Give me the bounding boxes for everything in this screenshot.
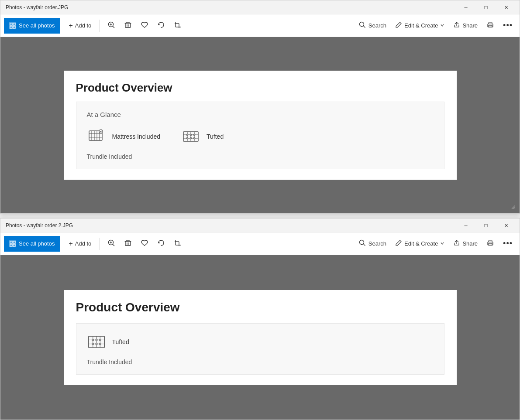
zoom-button-2[interactable] (104, 236, 119, 252)
zoom-icon-2 (107, 239, 115, 248)
maximize-button-1[interactable] (476, 0, 496, 14)
resize-handle-1[interactable] (509, 203, 516, 210)
print-button-2[interactable] (483, 236, 498, 252)
crop-icon-1 (174, 21, 182, 30)
svg-rect-8 (125, 23, 131, 27)
feature-tufted-1: Tufted (181, 127, 224, 146)
more-icon-1: ••• (503, 21, 513, 30)
photo-display-2: Product Overview (64, 290, 457, 385)
svg-rect-0 (10, 23, 12, 25)
zoom-button-1[interactable] (104, 18, 119, 34)
print-button-1[interactable] (483, 18, 498, 34)
svg-point-40 (186, 137, 188, 139)
glance-card-2: Tufted Trundle Included (76, 323, 444, 375)
svg-line-44 (513, 207, 515, 209)
title-bar-1: Photos - wayfair order.JPG (0, 0, 520, 14)
glance-card-1: At a Glance (76, 102, 444, 169)
window-title-2: Photos - wayfair order 2.JPG (4, 222, 456, 229)
toolbar-1: See all photos Add to (0, 14, 520, 37)
heart-icon-1 (141, 21, 148, 30)
window-1: Photos - wayfair order.JPG (0, 0, 520, 214)
svg-rect-47 (10, 244, 12, 246)
svg-point-38 (190, 134, 192, 136)
window-controls-1 (456, 0, 516, 14)
svg-point-79 (99, 343, 101, 345)
photo-display-1: Product Overview At a Glance (64, 71, 457, 180)
more-button-2[interactable]: ••• (499, 236, 516, 252)
favorite-button-2[interactable] (137, 236, 152, 252)
search-label-1: Search (368, 22, 386, 29)
svg-point-75 (95, 339, 97, 341)
window-controls-2 (456, 219, 516, 232)
title-bar-2: Photos - wayfair order 2.JPG (0, 219, 520, 232)
search-label-2: Search (368, 240, 386, 247)
svg-rect-67 (489, 243, 492, 245)
share-icon-1 (453, 21, 460, 30)
add-icon-2 (69, 240, 72, 248)
rotate-button-1[interactable] (154, 18, 169, 34)
share-button-2[interactable]: Share (450, 236, 481, 252)
svg-point-30 (99, 130, 103, 133)
close-button-2[interactable] (496, 219, 516, 232)
add-to-button-1[interactable]: Add to (65, 18, 95, 34)
zoom-icon-1 (107, 21, 115, 30)
favorite-button-1[interactable] (137, 18, 152, 34)
search-visual-icon-2 (358, 239, 366, 248)
share-label-2: Share (462, 240, 478, 247)
delete-button-2[interactable] (121, 236, 135, 252)
separator-1 (99, 20, 100, 32)
svg-line-20 (363, 26, 365, 28)
search-button-2[interactable]: Search (355, 236, 390, 252)
edit-create-label-1: Edit & Create (404, 22, 438, 29)
edit-icon-1 (395, 21, 402, 30)
edit-create-button-2[interactable]: Edit & Create (392, 236, 448, 252)
svg-rect-48 (13, 244, 15, 246)
window-title-1: Photos - wayfair order.JPG (4, 4, 456, 10)
photos-icon-1 (9, 22, 16, 29)
rotate-icon-2 (157, 239, 165, 248)
svg-point-64 (359, 240, 364, 245)
maximize-icon (484, 4, 487, 10)
svg-line-65 (363, 244, 365, 246)
svg-rect-22 (489, 25, 492, 27)
rotate-icon-1 (157, 21, 165, 30)
svg-rect-46 (13, 241, 15, 243)
delete-button-1[interactable] (121, 18, 135, 34)
edit-create-chevron-2 (440, 240, 444, 247)
crop-icon-2 (174, 239, 182, 248)
add-to-button-2[interactable]: Add to (65, 236, 95, 252)
close-icon (504, 4, 508, 10)
content-area-2: Product Overview (0, 255, 520, 420)
rotate-button-2[interactable] (154, 236, 169, 252)
svg-point-19 (359, 22, 364, 27)
svg-point-77 (92, 343, 94, 345)
search-button-1[interactable]: Search (355, 18, 390, 34)
product-overview-title-1: Product Overview (76, 81, 444, 95)
delete-icon-2 (124, 239, 132, 248)
more-button-1[interactable]: ••• (499, 18, 516, 34)
share-icon-2 (453, 239, 460, 248)
feature-tufted-2: Tufted (87, 332, 129, 352)
trundle-label-1: Trundle Included (87, 153, 434, 160)
maximize-button-2[interactable] (476, 219, 496, 232)
close-button-1[interactable] (496, 0, 516, 14)
svg-point-74 (92, 339, 94, 341)
see-all-photos-button-1[interactable]: See all photos (4, 18, 60, 34)
svg-point-41 (190, 137, 192, 139)
more-icon-2: ••• (503, 239, 513, 248)
mattress-icon (87, 127, 106, 146)
add-to-label-1: Add to (75, 22, 92, 29)
crop-button-1[interactable] (170, 18, 185, 34)
minimize-button-2[interactable] (456, 219, 476, 232)
edit-create-button-1[interactable]: Edit & Create (392, 18, 448, 34)
minimize-icon (464, 4, 467, 10)
tufted-icon-2 (87, 332, 106, 352)
delete-icon-1 (124, 21, 132, 30)
see-all-photos-button-2[interactable]: See all photos (4, 236, 60, 252)
features-row-1: Mattress Included (87, 127, 434, 146)
svg-rect-3 (13, 26, 15, 28)
share-button-1[interactable]: Share (450, 18, 481, 34)
svg-rect-53 (125, 241, 131, 246)
minimize-button-1[interactable] (456, 0, 476, 14)
crop-button-2[interactable] (170, 236, 185, 252)
